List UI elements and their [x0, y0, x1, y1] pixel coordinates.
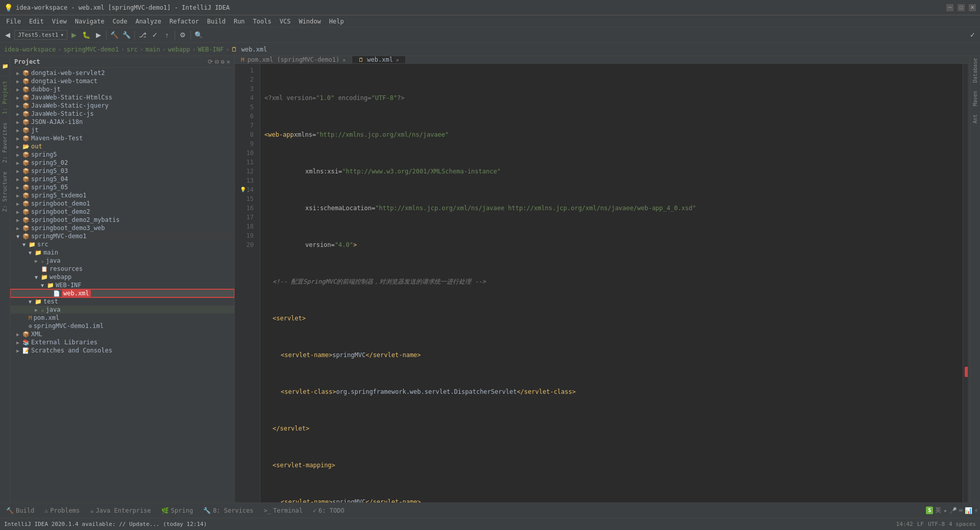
breadcrumb-webapp[interactable]: webapp	[168, 46, 190, 53]
bottom-tab-services[interactable]: 🔧 8: Services	[199, 506, 257, 515]
tab-web-xml[interactable]: 🗒 web.xml ✕	[352, 56, 406, 63]
run-config-label: JTest5.test1	[18, 32, 58, 38]
menu-refactor[interactable]: Refactor	[165, 17, 203, 26]
close-pom-xml-tab[interactable]: ✕	[342, 57, 346, 63]
commit-button[interactable]: ✓	[149, 30, 160, 41]
indent-indicator[interactable]: 4 spaces	[949, 521, 976, 527]
tree-item-external-libraries[interactable]: ▶ 📚 External Libraries	[10, 338, 234, 346]
menu-help[interactable]: Help	[325, 17, 348, 26]
search-everywhere-button[interactable]: 🔍	[193, 30, 204, 41]
tree-item-WEB-INF[interactable]: ▼ 📁 WEB-INF	[10, 281, 234, 289]
side-tab-ant[interactable]: Ant	[972, 114, 978, 123]
bottom-tab-build[interactable]: 🔨 Build	[2, 506, 38, 515]
tree-item-pom-xml[interactable]: ▶ M pom.xml	[10, 314, 234, 322]
bottom-tab-spring[interactable]: 🌿 Spring	[157, 506, 197, 515]
menu-file[interactable]: File	[2, 17, 25, 26]
tree-item-web-xml[interactable]: ▶ 📄 web.xml	[10, 289, 234, 297]
side-tab-maven[interactable]: Maven	[972, 91, 978, 106]
tree-item-spring5_05[interactable]: ▶ 📦 spring5_05	[10, 183, 234, 191]
tree-item-main[interactable]: ▼ 📁 main	[10, 248, 234, 257]
menu-tools[interactable]: Tools	[249, 17, 276, 26]
tree-item-spring5_02[interactable]: ▶ 📦 spring5_02	[10, 159, 234, 167]
gear-icon[interactable]: ⚙	[221, 58, 225, 65]
collapse-all-icon[interactable]: ⊟	[215, 58, 218, 65]
menu-run[interactable]: Run	[230, 17, 249, 26]
tree-item-springMVC-demo1[interactable]: ▼ 📦 springMVC-demo1	[10, 232, 234, 240]
tree-item-JavaWeb-Static-HtmlCss[interactable]: ▶ 📦 JavaWeb-Static-HtmlCss	[10, 93, 234, 102]
sync-icon[interactable]: ⟳	[208, 58, 213, 65]
tree-item-springboot_demo1[interactable]: ▶ 📦 springboot_demo1	[10, 199, 234, 208]
tree-item-spring5_txdemo1[interactable]: ▶ 📦 spring5_txdemo1	[10, 191, 234, 199]
run-config-selector[interactable]: JTest5.test1 ▾	[14, 30, 67, 40]
tree-item-dongtai-web-tomact[interactable]: ▶ 📦 dongtai-web-tomact	[10, 77, 234, 85]
minimize-button[interactable]: ─	[946, 4, 953, 11]
menu-view[interactable]: View	[48, 17, 71, 26]
bottom-tab-java-enterprise[interactable]: ☕ Java Enterprise	[86, 506, 155, 515]
vcs-status-button[interactable]: ✓	[967, 30, 978, 41]
tree-item-src[interactable]: ▼ 📁 src	[10, 240, 234, 248]
tree-item-java[interactable]: ▶ ☕ java	[10, 257, 234, 265]
tree-item-java2[interactable]: ▶ ☕ java	[10, 306, 234, 314]
tree-item-springboot_demo2[interactable]: ▶ 📦 springboot_demo2	[10, 208, 234, 216]
side-tab-project[interactable]: 1: Project	[2, 81, 8, 114]
side-tab-favorites[interactable]: 2: Favorites	[2, 122, 8, 163]
tree-item-springMVC-demo1-iml[interactable]: ▶ ⚙ springMVC-demo1.iml	[10, 322, 234, 330]
menu-code[interactable]: Code	[109, 17, 132, 26]
bottom-tab-terminal[interactable]: >_ Terminal	[260, 506, 307, 515]
tree-item-spring5_03[interactable]: ▶ 📦 spring5_03	[10, 167, 234, 175]
tree-item-test[interactable]: ▼ 📁 test	[10, 297, 234, 306]
close-web-xml-tab[interactable]: ✕	[396, 57, 399, 63]
build-button[interactable]: 🔨	[109, 30, 120, 41]
tree-item-XML[interactable]: ▶ 📦 XML	[10, 330, 234, 338]
tree-item-webapp[interactable]: ▼ 📁 webapp	[10, 273, 234, 281]
tree-item-out[interactable]: ▶ 📂 out	[10, 142, 234, 150]
side-tab-database[interactable]: Database	[972, 58, 978, 83]
scrollbar-track[interactable]	[963, 64, 970, 502]
tree-item-jt[interactable]: ▶ 📦 jt	[10, 126, 234, 134]
tree-item-spring5[interactable]: ▶ 📦 spring5	[10, 150, 234, 159]
tree-item-Maven-Web-Test[interactable]: ▶ 📦 Maven-Web-Test	[10, 134, 234, 142]
tree-item-JavaWeb-Static-jquery[interactable]: ▶ 📦 JavaWeb-Static-jquery	[10, 102, 234, 110]
bottom-tab-todo[interactable]: ✓ 6: TODO	[309, 506, 349, 515]
run-with-coverage-button[interactable]: ▶	[93, 30, 104, 41]
project-panel-toggle[interactable]: 📁	[0, 56, 10, 77]
encoding-indicator[interactable]: UTF-8	[928, 521, 945, 527]
tree-item-resources[interactable]: ▶ 📋 resources	[10, 265, 234, 273]
menu-navigate[interactable]: Navigate	[71, 17, 109, 26]
line-ending-indicator[interactable]: LF	[917, 521, 924, 527]
tree-item-scratches[interactable]: ▶ 📝 Scratches and Consoles	[10, 346, 234, 355]
tree-item-spring5_04[interactable]: ▶ 📦 spring5_04	[10, 175, 234, 183]
git-button[interactable]: ⎇	[137, 30, 148, 41]
push-button[interactable]: ↑	[161, 30, 173, 41]
code-editor[interactable]: <?xml version="1.0" encoding="UTF-8"?> <…	[260, 64, 963, 502]
back-button[interactable]: ◀	[2, 30, 13, 41]
debug-button[interactable]: 🐛	[81, 30, 92, 41]
breadcrumb-WEB-INF[interactable]: WEB-INF	[198, 46, 224, 53]
tree-item-springboot_demo3_web[interactable]: ▶ 📦 springboot_demo3_web	[10, 224, 234, 232]
bottom-tab-problems[interactable]: ⚠ Problems	[40, 506, 84, 515]
rebuild-button[interactable]: 🔧	[121, 30, 132, 41]
menu-vcs[interactable]: VCS	[276, 17, 295, 26]
close-button[interactable]: ✕	[969, 4, 976, 11]
maximize-button[interactable]: □	[958, 4, 965, 11]
breadcrumb-main[interactable]: main	[145, 46, 160, 53]
tree-item-dubbo-jt[interactable]: ▶ 📦 dubbo-jt	[10, 85, 234, 93]
tree-item-springboot_demo2_mybatis[interactable]: ▶ 📦 springboot_demo2_mybatis	[10, 216, 234, 224]
settings-button[interactable]: ⚙	[177, 30, 188, 41]
close-panel-icon[interactable]: ✕	[227, 58, 230, 65]
side-tab-structure[interactable]: Z: Structure	[2, 171, 8, 212]
breadcrumb-springMVC-demo1[interactable]: springMVC-demo1	[63, 46, 118, 53]
tree-item-dongtai-web-servlet2[interactable]: ▶ 📦 dongtai-web-servlet2	[10, 69, 234, 77]
breadcrumb-web-xml[interactable]: 🗒 web.xml	[231, 46, 267, 53]
menu-edit[interactable]: Edit	[25, 17, 48, 26]
menu-window[interactable]: Window	[295, 17, 325, 26]
tree-item-JSON-AJAX-i18n[interactable]: ▶ 📦 JSON-AJAX-i18n	[10, 118, 234, 126]
menu-analyze[interactable]: Analyze	[131, 17, 165, 26]
run-button[interactable]: ▶	[68, 30, 80, 41]
menu-build[interactable]: Build	[203, 17, 230, 26]
tab-pom-xml[interactable]: M pom.xml (springMVC-demo1) ✕	[235, 56, 352, 63]
line-col-indicator[interactable]: 14:42	[896, 521, 913, 527]
tree-item-JavaWeb-Static-js[interactable]: ▶ 📦 JavaWeb-Static-js	[10, 110, 234, 118]
breadcrumb-idea-workspace[interactable]: idea-workspace	[4, 46, 56, 53]
breadcrumb-src[interactable]: src	[127, 46, 138, 53]
